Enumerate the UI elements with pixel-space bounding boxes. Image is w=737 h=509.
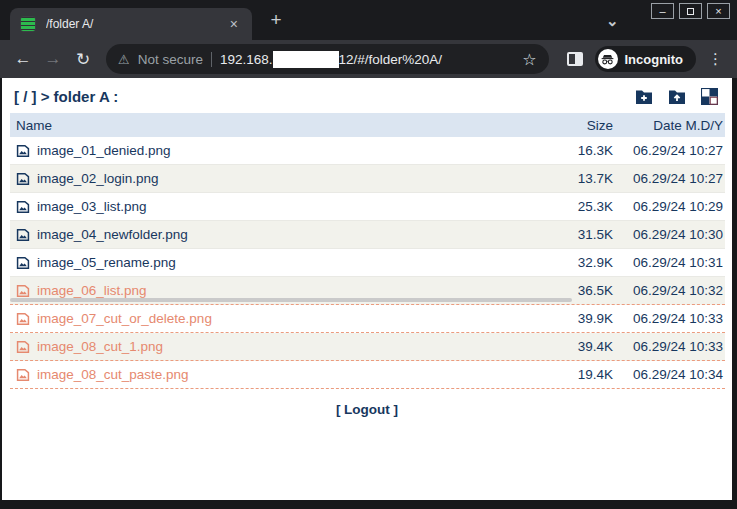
header-size[interactable]: Size (551, 118, 613, 133)
file-size: 36.5K (551, 283, 613, 298)
logout-row: [ Logout ] (2, 400, 732, 418)
breadcrumb-tail: > folder A : (41, 88, 119, 105)
download-progress-bar (10, 298, 572, 302)
file-name: image_04_newfolder.png (37, 227, 188, 242)
table-row-cut: image_07_cut_or_delete.png 39.9K 06.29/2… (10, 305, 725, 333)
table-row: image_04_newfolder.png 31.5K 06.29/24 10… (10, 221, 725, 249)
file-date: 06.29/24 10:30 (613, 227, 725, 242)
incognito-label: Incognito (625, 52, 684, 67)
file-date: 06.29/24 10:27 (613, 171, 725, 186)
header-date[interactable]: Date M.D/Y (613, 118, 725, 133)
table-row: image_02_login.png 13.7K 06.29/24 10:27 (10, 165, 725, 193)
file-name: image_01_denied.png (37, 143, 171, 158)
file-size: 16.3K (551, 143, 613, 158)
file-size: 25.3K (551, 199, 613, 214)
file-link[interactable]: image_02_login.png (10, 171, 551, 186)
forward-button[interactable]: → (40, 49, 66, 69)
file-date: 06.29/24 10:33 (613, 311, 725, 326)
url-prefix: 192.168. (220, 52, 273, 67)
breadcrumb-root-link[interactable]: [ / ] (14, 88, 37, 105)
file-name: image_07_cut_or_delete.png (37, 311, 212, 326)
table-header-row: Name Size Date M.D/Y (10, 113, 725, 137)
file-date: 06.29/24 10:33 (613, 339, 725, 354)
image-file-icon (16, 200, 30, 214)
file-link[interactable]: image_06_list.png (10, 283, 551, 298)
image-file-icon (16, 172, 30, 186)
incognito-badge: Incognito (595, 46, 697, 72)
tab-search-chevron-icon[interactable]: ⌄ (606, 12, 619, 30)
image-file-icon (16, 228, 30, 242)
file-size: 31.5K (551, 227, 613, 242)
minimize-button[interactable]: – (651, 3, 674, 19)
maximize-icon (687, 8, 694, 15)
tab-strip: /folder A/ × + ⌄ – × (0, 0, 737, 40)
file-link[interactable]: image_01_denied.png (10, 143, 551, 158)
omnibox-divider (211, 52, 212, 67)
file-size: 13.7K (551, 171, 613, 186)
select-mode-toggle-button[interactable] (701, 88, 718, 105)
file-link[interactable]: image_04_newfolder.png (10, 227, 551, 242)
image-file-icon (16, 312, 30, 326)
close-window-button[interactable]: × (707, 3, 730, 19)
file-date: 06.29/24 10:31 (613, 255, 725, 270)
browser-toolbar: ← → ↻ ⚠ Not secure 192.168.12/#/folder%2… (0, 40, 737, 78)
file-name: image_02_login.png (37, 171, 159, 186)
logout-link[interactable]: [ Logout ] (336, 402, 398, 417)
address-bar[interactable]: ⚠ Not secure 192.168.12/#/folder%20A/ ☆ (106, 44, 549, 74)
image-file-icon (16, 144, 30, 158)
table-row: image_03_list.png 25.3K 06.29/24 10:29 (10, 193, 725, 221)
file-name: image_05_rename.png (37, 255, 176, 270)
upload-button[interactable] (668, 89, 686, 105)
tab-title: /folder A/ (46, 17, 216, 31)
file-size: 19.4K (551, 367, 613, 382)
back-button[interactable]: ← (10, 49, 36, 69)
breadcrumb-row: [ / ] > folder A : (14, 88, 718, 105)
file-name: image_08_cut_1.png (37, 339, 163, 354)
window-controls: – × (651, 3, 730, 19)
browser-menu-icon[interactable]: ⋮ (708, 50, 723, 68)
image-file-icon (16, 284, 30, 298)
image-file-icon (16, 256, 30, 270)
table-row-cut: image_08_cut_paste.png 19.4K 06.29/24 10… (10, 361, 725, 389)
file-link[interactable]: image_03_list.png (10, 199, 551, 214)
new-tab-button[interactable]: + (264, 10, 288, 32)
breadcrumb: [ / ] > folder A : (14, 88, 118, 105)
site-favicon-icon (20, 16, 36, 32)
incognito-icon (598, 49, 618, 69)
header-name[interactable]: Name (10, 118, 551, 133)
file-size: 39.9K (551, 311, 613, 326)
table-row: image_05_rename.png 32.9K 06.29/24 10:31 (10, 249, 725, 277)
image-file-icon (16, 340, 30, 354)
image-file-icon (16, 368, 30, 382)
file-table: Name Size Date M.D/Y image_01_denied.png… (10, 113, 725, 389)
not-secure-warning-icon[interactable]: ⚠ (118, 52, 130, 67)
file-name: image_08_cut_paste.png (37, 367, 189, 382)
url-suffix: 12/#/folder%20A/ (339, 52, 443, 67)
file-name: image_03_list.png (37, 199, 147, 214)
file-link[interactable]: image_05_rename.png (10, 255, 551, 270)
file-date: 06.29/24 10:27 (613, 143, 725, 158)
tab-folder-a[interactable]: /folder A/ × (10, 8, 252, 40)
not-secure-label: Not secure (138, 52, 203, 67)
maximize-button[interactable] (679, 3, 702, 19)
url-redaction-box (273, 51, 339, 68)
new-folder-button[interactable] (635, 89, 653, 105)
url-text[interactable]: 192.168.12/#/folder%20A/ (220, 51, 514, 68)
table-row-cut: image_08_cut_1.png 39.4K 06.29/24 10:33 (10, 333, 725, 361)
tab-close-icon[interactable]: × (226, 15, 242, 33)
bookmark-star-icon[interactable]: ☆ (522, 50, 536, 69)
file-date: 06.29/24 10:34 (613, 367, 725, 382)
table-row: image_01_denied.png 16.3K 06.29/24 10:27 (10, 137, 725, 165)
file-size: 39.4K (551, 339, 613, 354)
reload-button[interactable]: ↻ (70, 49, 96, 70)
file-link[interactable]: image_07_cut_or_delete.png (10, 311, 551, 326)
folder-actions (635, 88, 718, 105)
file-link[interactable]: image_08_cut_1.png (10, 339, 551, 354)
file-name: image_06_list.png (37, 283, 147, 298)
side-panel-icon[interactable] (567, 52, 583, 66)
file-date: 06.29/24 10:29 (613, 199, 725, 214)
file-link[interactable]: image_08_cut_paste.png (10, 367, 551, 382)
browser-window: /folder A/ × + ⌄ – × ← → ↻ ⚠ Not secure … (0, 0, 737, 509)
table-row-cut: image_06_list.png 36.5K 06.29/24 10:32 (10, 277, 725, 305)
file-date: 06.29/24 10:32 (613, 283, 725, 298)
